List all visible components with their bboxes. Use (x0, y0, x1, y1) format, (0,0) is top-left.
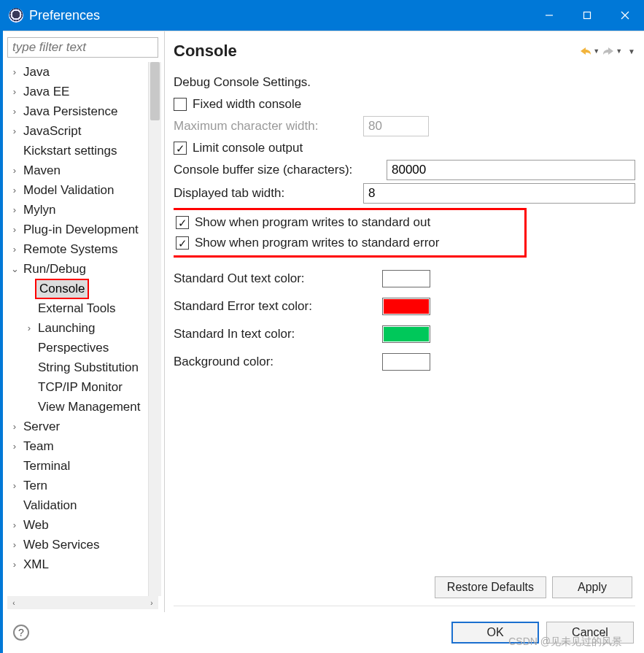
tree-item[interactable]: ›Remote Systems (7, 239, 147, 259)
tree-item[interactable]: ›Validation (7, 495, 147, 515)
limit-output-checkbox[interactable] (174, 142, 187, 155)
apply-button[interactable]: Apply (552, 576, 632, 598)
show-stderr-row: Show when program writes to standard err… (176, 233, 520, 253)
chevron-right-icon[interactable]: › (9, 244, 20, 255)
back-dropdown-icon[interactable]: ▼ (593, 47, 600, 55)
tree-item[interactable]: ›Mylyn (7, 200, 147, 220)
show-stderr-checkbox[interactable] (176, 236, 189, 250)
tree-item[interactable]: ⌄Run/Debug (7, 259, 147, 279)
chevron-right-icon[interactable]: › (9, 441, 20, 452)
settings-heading: Debug Console Settings. (174, 75, 311, 90)
tree-item[interactable]: ›Console (7, 279, 147, 298)
tree-item[interactable]: ›Kickstart settings (7, 141, 147, 161)
horizontal-scrollbar[interactable]: ‹ › (7, 596, 158, 609)
tree-item-label: String Substitution (35, 359, 141, 376)
tree-item[interactable]: ›Java EE (7, 82, 147, 101)
tree-item-label: Web (20, 517, 52, 534)
tree-item[interactable]: ›JavaScript (7, 121, 147, 141)
stdin-color-swatch[interactable] (382, 325, 430, 343)
forward-dropdown-icon[interactable]: ▼ (616, 47, 622, 55)
scrollbar-thumb[interactable] (150, 62, 160, 120)
stderr-color-label: Standard Error text color: (174, 299, 382, 314)
tree-item[interactable]: ›Server (7, 417, 147, 436)
limit-output-label: Limit console output (193, 141, 303, 155)
tree-item[interactable]: ›XML (7, 555, 147, 574)
tree-item[interactable]: ›Plug-in Development (7, 220, 147, 239)
chevron-right-icon[interactable]: › (9, 559, 20, 570)
minimize-button[interactable] (530, 0, 568, 31)
stdin-color-label: Standard In text color: (174, 327, 382, 341)
body: ›Java›Java EE›Java Persistence›JavaScrip… (3, 31, 644, 612)
tree-item-label: Web Services (20, 536, 103, 554)
tree-item[interactable]: ›Launching (7, 318, 147, 338)
chevron-down-icon[interactable]: ⌄ (9, 263, 20, 274)
forward-icon[interactable] (602, 45, 614, 58)
cancel-button[interactable]: Cancel (546, 622, 634, 644)
chevron-right-icon[interactable]: › (9, 66, 20, 77)
filter-input[interactable] (7, 37, 158, 58)
chevron-right-icon[interactable]: › (9, 421, 20, 432)
tree-item-label: Plug-in Development (20, 221, 141, 239)
help-icon[interactable]: ? (13, 625, 29, 641)
chevron-right-icon[interactable]: › (9, 185, 20, 196)
tree-item[interactable]: ›Web (7, 515, 147, 535)
buffer-size-input[interactable] (387, 160, 635, 180)
vertical-scrollbar[interactable] (148, 62, 161, 596)
tree-item-label: View Management (35, 398, 144, 416)
view-menu-icon[interactable]: ▼ (628, 47, 635, 55)
tree-item[interactable]: ›Java (7, 62, 147, 82)
section-header: Console ▼ ▼ ▼ (174, 37, 635, 66)
console-settings-form: Debug Console Settings. Fixed width cons… (174, 66, 635, 571)
stdout-color-swatch[interactable] (382, 270, 430, 287)
scroll-right-button[interactable]: › (145, 596, 158, 609)
chevron-right-icon[interactable]: › (9, 165, 20, 176)
tree-item[interactable]: ›Perspectives (7, 338, 147, 358)
chevron-right-icon[interactable]: › (9, 224, 20, 235)
chevron-right-icon[interactable]: › (9, 519, 20, 530)
tree-item[interactable]: ›Model Validation (7, 180, 147, 200)
tree-item[interactable]: ›Team (7, 436, 147, 456)
tree-item[interactable]: ›Web Services (7, 535, 147, 555)
tree-item[interactable]: ›TCP/IP Monitor (7, 377, 147, 397)
show-stdout-row: Show when program writes to standard out (176, 212, 520, 233)
show-stdout-label: Show when program writes to standard out (195, 215, 430, 230)
tree-item-label: JavaScript (20, 123, 84, 140)
bg-color-swatch[interactable] (382, 353, 430, 371)
tree-item-label: Terminal (20, 457, 73, 475)
chevron-right-icon[interactable]: › (9, 125, 20, 136)
tree-item[interactable]: ›Tern (7, 476, 147, 495)
tab-width-label: Displayed tab width: (174, 186, 359, 201)
ok-button[interactable]: OK (451, 622, 539, 644)
tree-item[interactable]: ›String Substitution (7, 358, 147, 377)
show-stdout-checkbox[interactable] (176, 216, 189, 229)
stderr-color-swatch[interactable] (382, 298, 430, 315)
tree-item[interactable]: ›External Tools (7, 298, 147, 318)
chevron-right-icon[interactable]: › (9, 480, 20, 491)
hscroll-track[interactable] (20, 596, 145, 609)
history-nav: ▼ ▼ ▼ (580, 45, 635, 58)
maximize-button[interactable] (568, 0, 606, 31)
content-pane: Console ▼ ▼ ▼ Debug Console Settings. Fi… (165, 31, 644, 612)
tree-item[interactable]: ›Terminal (7, 456, 147, 476)
chevron-right-icon[interactable]: › (9, 86, 20, 97)
tree-item[interactable]: ›View Management (7, 397, 147, 417)
tree-item-label: Java (20, 63, 53, 81)
tree-item[interactable]: ›Maven (7, 161, 147, 180)
chevron-right-icon[interactable]: › (9, 539, 20, 550)
close-button[interactable] (606, 0, 644, 31)
scroll-left-button[interactable]: ‹ (7, 596, 20, 609)
preferences-window: Preferences ›Java›Java EE›Java Persisten… (0, 0, 644, 653)
tab-width-input[interactable] (363, 183, 635, 204)
tree-item[interactable]: ›Java Persistence (7, 101, 147, 121)
tree-item-label: Java EE (20, 83, 72, 101)
restore-defaults-button[interactable]: Restore Defaults (435, 576, 546, 598)
fixed-width-checkbox[interactable] (174, 98, 187, 111)
chevron-right-icon[interactable]: › (9, 204, 20, 215)
back-icon[interactable] (580, 45, 591, 58)
tree-item-label: Kickstart settings (20, 142, 120, 160)
chevron-right-icon[interactable]: › (23, 322, 35, 333)
tree-item-label: Tern (20, 477, 50, 495)
preferences-tree[interactable]: ›Java›Java EE›Java Persistence›JavaScrip… (7, 62, 148, 596)
chevron-right-icon[interactable]: › (9, 106, 20, 117)
tree-item-label: Validation (20, 497, 79, 514)
